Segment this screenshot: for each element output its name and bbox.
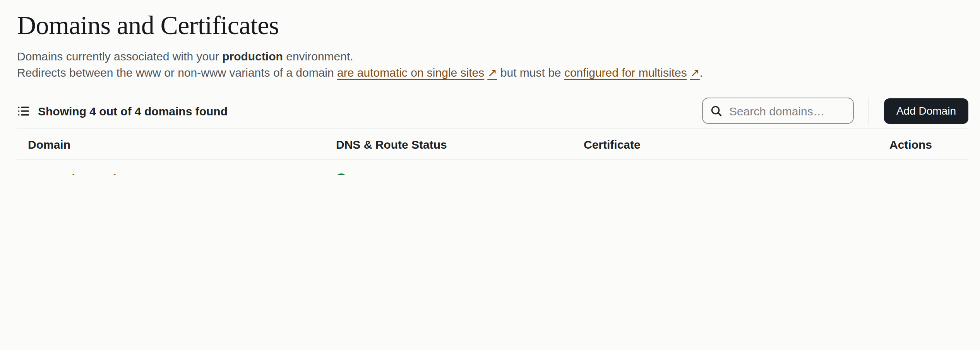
- list-icon: [17, 104, 30, 117]
- dns-status-cell: DNS pointed to VIP: [336, 172, 584, 175]
- dns-status-text: DNS pointed to VIP: [354, 172, 454, 175]
- page-description-line1: Domains currently associated with your p…: [17, 48, 968, 64]
- column-header-actions: Actions: [889, 137, 958, 151]
- multisites-docs-link[interactable]: configured for multisites↗: [564, 66, 700, 79]
- add-domain-button[interactable]: Add Domain: [884, 98, 968, 124]
- page-title: Domains and Certificates: [17, 11, 968, 40]
- search-input[interactable]: [728, 103, 847, 118]
- single-sites-docs-link[interactable]: are automatic on single sites↗: [337, 66, 497, 79]
- results-summary: Showing 4 out of 4 domains found: [38, 104, 228, 117]
- search-icon: [711, 105, 722, 117]
- domains-toolbar: Showing 4 out of 4 domains found Add Dom…: [17, 98, 968, 124]
- column-header-certificate: Certificate: [584, 137, 889, 151]
- table-header-row: Domain DNS & Route Status Certificate Ac…: [17, 129, 968, 160]
- status-success-icon: [336, 173, 347, 175]
- description-text: Domains currently associated with your: [17, 50, 222, 63]
- column-header-domain: Domain: [28, 137, 336, 151]
- column-header-dns-route-status: DNS & Route Status: [336, 137, 584, 151]
- description-text: environment.: [283, 50, 353, 63]
- description-text: but must be: [497, 66, 564, 79]
- domains-and-certificates-page: Domains and Certificates Domains current…: [0, 0, 980, 175]
- table-row: mytestsite.go-vip.net↗ Convenience DNS p…: [17, 160, 968, 175]
- environment-name: production: [222, 50, 283, 63]
- search-box: [702, 98, 854, 124]
- page-description-line2: Redirects between the www or non-www var…: [17, 64, 968, 81]
- description-text: .: [700, 66, 703, 79]
- domain-cell: mytestsite.go-vip.net↗ Convenience: [28, 172, 336, 175]
- external-link-icon: ↗: [147, 172, 157, 175]
- description-text: Redirects between the www or non-www var…: [17, 66, 337, 79]
- domains-table: Domain DNS & Route Status Certificate Ac…: [17, 129, 968, 175]
- external-link-icon: ↗: [690, 66, 700, 79]
- toolbar-divider: [869, 98, 869, 124]
- external-link-icon: ↗: [487, 66, 497, 79]
- domain-link[interactable]: mytestsite.go-vip.net↗: [28, 172, 157, 175]
